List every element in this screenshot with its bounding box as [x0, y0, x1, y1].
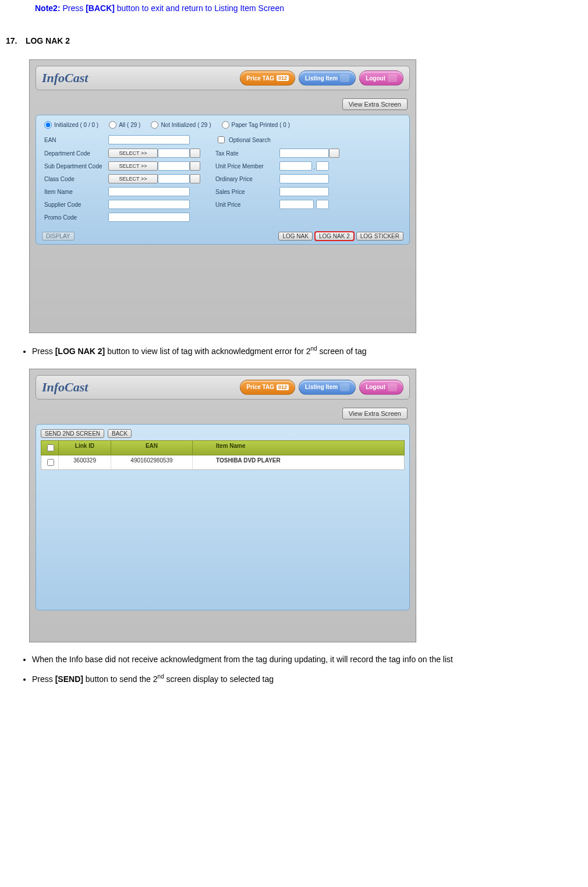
log-sticker-button[interactable]: LOG STICKER	[356, 232, 403, 241]
bullet-1: Press [LOG NAK 2] button to view list of…	[32, 345, 582, 357]
price-tag-button-2[interactable]: Price TAG 012	[240, 380, 295, 395]
select-subdept-button[interactable]: SELECT >>	[108, 161, 158, 171]
label-tax: Tax Rate	[215, 150, 279, 157]
listing-item-label: Listing Item	[305, 75, 338, 82]
input-supp[interactable]	[108, 200, 190, 209]
price-tag-code-2: 012	[277, 384, 289, 390]
bullet-3-posta: button to send the 2	[83, 674, 158, 684]
note2-t2: button to exit and return to Listing Ite…	[115, 3, 284, 13]
th-linkid: Link ID	[59, 441, 111, 455]
input-dept[interactable]	[158, 149, 190, 158]
dropdown-class[interactable]	[190, 174, 200, 183]
dropdown-tax[interactable]	[329, 149, 339, 158]
bullet-1-postb: screen of tag	[317, 347, 367, 356]
row-ean: 4901602980539	[111, 455, 193, 469]
listing-item-button-2[interactable]: Listing Item	[299, 380, 356, 395]
logout-label: Logout	[366, 75, 385, 82]
label-sales: Sales Price	[215, 189, 279, 195]
radio-papertag[interactable]: Paper Tag Printed ( 0 )	[222, 121, 290, 129]
radio-initialized-input[interactable]	[44, 121, 52, 129]
input-item[interactable]	[108, 187, 190, 196]
input-subdept[interactable]	[158, 161, 190, 171]
select-class-button[interactable]: SELECT >>	[108, 174, 158, 183]
view-extra-screen-button[interactable]: View Extra Screen	[342, 98, 408, 110]
label-class: Class Code	[44, 176, 108, 182]
select-dept-button[interactable]: SELECT >>	[108, 149, 158, 158]
radio-papertag-label: Paper Tag Printed ( 0 )	[232, 122, 290, 128]
filter-radio-row: Initialized ( 0 / 0 ) All ( 29 ) Not Ini…	[44, 121, 401, 129]
bullet-1-btn: [LOG NAK 2]	[55, 347, 105, 356]
radio-notinit[interactable]: Not Initialized ( 29 )	[151, 121, 211, 129]
bullet-2: When the Info base did not receive ackno…	[32, 654, 582, 665]
radio-notinit-input[interactable]	[151, 121, 158, 129]
section-number: 17.	[6, 36, 23, 45]
input-unit-a[interactable]	[279, 200, 314, 209]
radio-all-input[interactable]	[109, 121, 116, 129]
checkbox-optional-search[interactable]	[218, 136, 225, 143]
logout-icon-2	[388, 383, 397, 391]
app-logo-2: InfoCast	[42, 380, 236, 395]
row-itemname: TOSHIBA DVD PLAYER	[193, 455, 404, 469]
note2-line: Note2: Press [BACK] button to exit and r…	[35, 3, 582, 13]
th-checkbox[interactable]	[41, 441, 59, 455]
label-supp: Supplier Code	[44, 202, 108, 208]
form-grid: EAN Optional Search Department Code SELE…	[44, 135, 401, 222]
view-extra-screen-button-2[interactable]: View Extra Screen	[342, 408, 408, 419]
input-class[interactable]	[158, 174, 190, 183]
radio-initialized-label: Initialized ( 0 / 0 )	[54, 122, 98, 128]
label-upm: Unit Price Member	[215, 163, 279, 169]
radio-all[interactable]: All ( 29 )	[109, 121, 140, 129]
listing-item-button[interactable]: Listing Item	[299, 70, 356, 86]
input-upm-a[interactable]	[279, 161, 312, 171]
input-ean[interactable]	[108, 135, 190, 144]
bottom-button-row: DISPLAY LOG NAK LOG NAK 2 LOG STICKER	[42, 232, 403, 241]
price-tag-code: 012	[277, 75, 289, 81]
bullet-3: Press [SEND] button to send the 2nd scre…	[32, 673, 582, 685]
table-row[interactable]: 3600329 4901602980539 TOSHIBA DVD PLAYER	[41, 455, 405, 470]
bullet-3-sup: nd	[158, 673, 164, 680]
label-ean: EAN	[44, 137, 108, 143]
screenshot-listing-screen: InfoCast Price TAG 012 Listing Item Logo…	[29, 59, 416, 333]
input-unit-b[interactable]	[316, 200, 329, 209]
log-nak-button[interactable]: LOG NAK	[278, 232, 312, 241]
screenshot-nak2-screen: InfoCast Price TAG 012 Listing Item Logo…	[29, 369, 416, 642]
logout-button-2[interactable]: Logout	[359, 380, 403, 395]
radio-all-label: All ( 29 )	[119, 122, 140, 128]
label-subdept: Sub Department Code	[44, 163, 108, 169]
bullet-3-postb: screen display to selected tag	[164, 674, 274, 684]
logout-button[interactable]: Logout	[359, 70, 403, 86]
dropdown-subdept[interactable]	[190, 161, 200, 171]
bullet-3-btn: [SEND]	[55, 674, 83, 684]
input-tax[interactable]	[279, 149, 329, 158]
label-unit: Unit Price	[215, 202, 279, 208]
row-checkbox[interactable]	[47, 459, 54, 466]
note2-back: [BACK]	[86, 3, 115, 13]
optional-search-wrap: Optional Search	[215, 135, 279, 145]
price-tag-button[interactable]: Price TAG 012	[240, 70, 295, 86]
app-header: InfoCast Price TAG 012 Listing Item Logo…	[36, 66, 410, 90]
radio-notinit-label: Not Initialized ( 29 )	[161, 122, 211, 128]
log-nak-2-button[interactable]: LOG NAK 2	[315, 232, 354, 241]
row-linkid: 3600329	[59, 455, 111, 469]
select-all-checkbox[interactable]	[47, 444, 54, 451]
input-promo[interactable]	[108, 213, 190, 222]
price-tag-label-2: Price TAG	[246, 384, 274, 390]
app-logo: InfoCast	[42, 70, 236, 86]
back-button[interactable]: BACK	[108, 429, 132, 438]
note2-t1: Press	[61, 3, 86, 13]
logout-icon	[388, 74, 397, 82]
input-ord[interactable]	[279, 174, 329, 183]
bullet-1-posta: button to view list of tag with acknowle…	[105, 347, 310, 356]
send-2nd-screen-button[interactable]: SEND 2ND SCREEN	[41, 429, 104, 438]
display-button[interactable]: DISPLAY	[42, 232, 75, 241]
logout-label-2: Logout	[366, 384, 385, 390]
input-sales[interactable]	[279, 187, 329, 196]
dropdown-dept[interactable]	[190, 149, 200, 158]
input-upm-b[interactable]	[316, 161, 329, 171]
row-checkbox-cell[interactable]	[41, 455, 59, 469]
radio-papertag-input[interactable]	[222, 121, 229, 129]
th-itemname: Item Name	[193, 441, 404, 455]
radio-initialized[interactable]: Initialized ( 0 / 0 )	[44, 121, 98, 129]
listing-item-icon-2	[340, 383, 349, 391]
bullet-3-pre: Press	[32, 674, 55, 684]
